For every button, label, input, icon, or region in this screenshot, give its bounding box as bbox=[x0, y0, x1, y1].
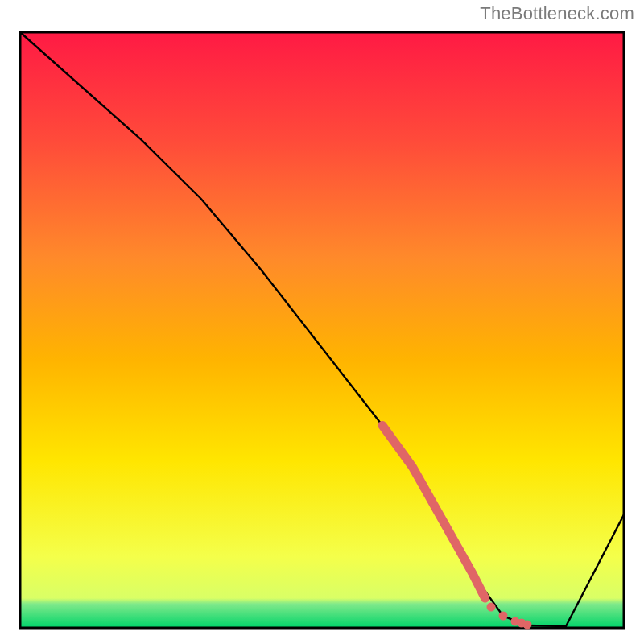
plot-gradient-bg bbox=[20, 32, 624, 628]
svg-point-4 bbox=[523, 621, 532, 630]
svg-point-0 bbox=[487, 603, 496, 612]
chart-frame: TheBottleneck.com bbox=[0, 0, 644, 644]
chart-svg bbox=[12, 24, 632, 636]
watermark-text: TheBottleneck.com bbox=[480, 3, 634, 24]
svg-point-1 bbox=[499, 612, 508, 621]
